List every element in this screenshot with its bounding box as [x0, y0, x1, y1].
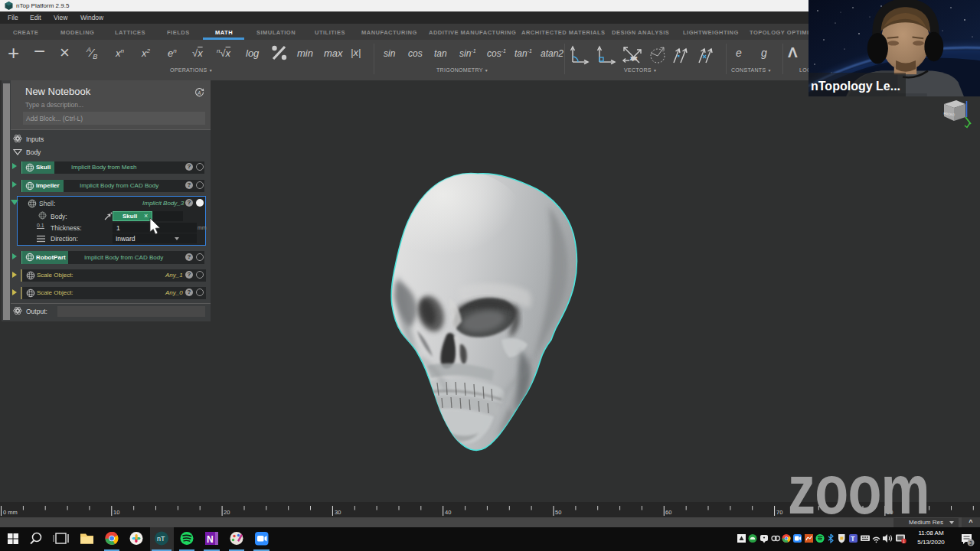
svg-text:70: 70: [776, 509, 782, 516]
svg-text:50: 50: [555, 509, 561, 516]
svg-text:60: 60: [665, 509, 671, 516]
svg-text:A: A: [197, 90, 201, 96]
svg-text:3: 3: [969, 540, 972, 546]
svg-text:10: 10: [113, 509, 119, 516]
svg-text:0 mm: 0 mm: [3, 509, 18, 516]
svg-text:T: T: [851, 535, 855, 543]
svg-text:nTopology Le...: nTopology Le...: [811, 80, 900, 93]
svg-text:30: 30: [335, 509, 341, 516]
svg-text:N: N: [207, 534, 214, 545]
svg-text:nT: nT: [157, 535, 165, 543]
svg-text:xyz: xyz: [630, 56, 637, 60]
svg-text:40: 40: [445, 509, 451, 516]
svg-text:20: 20: [224, 509, 230, 516]
